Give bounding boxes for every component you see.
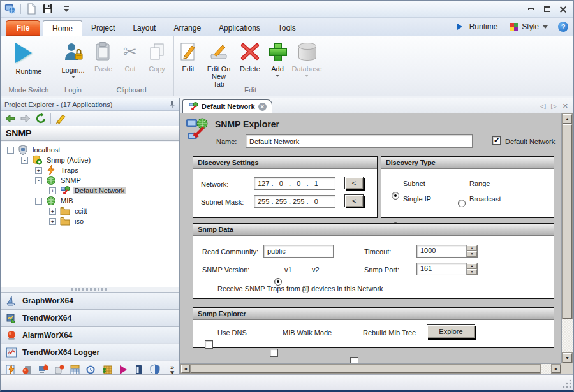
quick-access-dropdown-icon[interactable]	[63, 5, 71, 13]
runtime-mode-icon[interactable]	[117, 364, 129, 375]
login-button[interactable]: Login...	[57, 39, 89, 82]
file-menu-button[interactable]: File	[6, 20, 40, 36]
expand-icon[interactable]: +	[49, 218, 56, 225]
spin-up-icon[interactable]: ▲	[467, 245, 477, 251]
network-pick-button[interactable]: <	[344, 177, 364, 189]
login-dropdown-icon[interactable]	[71, 76, 75, 80]
subnet-pick-button[interactable]: <	[344, 194, 364, 207]
tab-applications[interactable]: Applications	[210, 20, 269, 36]
runtime-button[interactable]: Runtime	[1, 39, 57, 77]
read-community-input[interactable]: public	[263, 245, 334, 258]
tab-scroll-right-icon[interactable]: ▷	[551, 102, 556, 110]
single-ip-radio-label[interactable]: Single IP	[403, 195, 431, 203]
refresh-icon[interactable]	[35, 113, 47, 124]
sidebar-item-trendworx64-logger[interactable]: TrendWorX64 Logger	[1, 344, 179, 361]
spin-down-icon[interactable]: ▼	[467, 269, 477, 275]
mobile-hmi-icon[interactable]	[54, 364, 65, 375]
alarm-server-icon[interactable]	[22, 364, 33, 375]
rename-pencil-icon[interactable]	[55, 113, 66, 124]
default-network-checkbox[interactable]	[492, 136, 501, 145]
v2-radio-label[interactable]: v2	[312, 266, 320, 273]
add-dropdown-icon[interactable]	[276, 75, 279, 79]
horizontal-scroll-thumb[interactable]	[191, 365, 540, 373]
tree-item-snmp-active[interactable]: - Snmp (Active)	[21, 155, 92, 165]
explore-button[interactable]: Explore	[427, 324, 475, 338]
network-ip-input[interactable]: 127 . 0 . 0 . 1	[254, 177, 335, 190]
tab-tools[interactable]: Tools	[269, 20, 305, 36]
tree-item-mib[interactable]: - MIB	[35, 196, 75, 206]
subnet-mask-input[interactable]: 255 . 255 . 255 . 0	[254, 195, 335, 208]
tab-close-icon[interactable]: ×	[258, 103, 267, 111]
dataworx-icon[interactable]	[70, 364, 81, 375]
overflow-chevron-icon[interactable]: »▾	[170, 365, 174, 375]
spin-down-icon[interactable]: ▼	[467, 251, 477, 257]
rebuild-mib-tree-checkbox-label[interactable]: Rebuild Mib Tree	[363, 329, 416, 337]
tab-project[interactable]: Project	[82, 20, 124, 36]
bridgeworx-icon[interactable]	[133, 364, 145, 375]
mib-walk-mode-checkbox-label[interactable]: MIB Walk Mode	[283, 329, 332, 337]
tree-item-default-network[interactable]: + Default Network	[49, 185, 126, 196]
expand-icon[interactable]: +	[49, 187, 56, 194]
tree-item-localhost[interactable]: - localhost	[7, 145, 62, 155]
tree-item-snmp[interactable]: - SNMP	[35, 175, 83, 185]
help-button[interactable]: ?	[558, 22, 568, 32]
new-document-icon[interactable]	[26, 3, 37, 15]
panel-splitter[interactable]	[1, 287, 179, 292]
runtime-toggle[interactable]: Runtime	[469, 22, 498, 31]
media-alarm-icon[interactable]	[38, 364, 49, 375]
v1-radio-label[interactable]: v1	[284, 266, 292, 273]
scroll-left-icon[interactable]: ◄	[181, 365, 190, 373]
tree-item-traps[interactable]: + Traps	[35, 165, 80, 175]
subnet-radio-label[interactable]: Subnet	[403, 180, 425, 187]
forward-icon[interactable]	[20, 113, 31, 124]
back-icon[interactable]	[4, 113, 16, 124]
style-dropdown-icon[interactable]	[543, 25, 548, 31]
scroll-down-icon[interactable]: ▼	[563, 353, 572, 363]
alarm-logger-icon[interactable]	[6, 364, 17, 375]
pin-icon[interactable]	[168, 101, 175, 108]
spin-up-icon[interactable]: ▲	[467, 263, 477, 269]
scroll-right-icon[interactable]: ►	[552, 365, 561, 373]
collapse-icon[interactable]: -	[35, 177, 42, 184]
collapse-icon[interactable]: -	[35, 198, 42, 205]
tab-group-close-icon[interactable]: ✕	[563, 102, 568, 110]
name-input[interactable]: Default Network	[246, 134, 473, 148]
style-menu[interactable]: Style	[522, 22, 539, 31]
tree-item-ccitt[interactable]: + ccitt	[49, 206, 89, 216]
vertical-scroll-thumb[interactable]	[563, 124, 572, 319]
sidebar-item-graphworx64[interactable]: GraphWorX64	[1, 292, 179, 309]
mib-walk-mode-checkbox[interactable]	[270, 349, 278, 357]
tree-item-iso[interactable]: + iso	[49, 216, 85, 226]
save-icon[interactable]	[42, 3, 54, 15]
restore-button[interactable]	[541, 4, 552, 14]
snmp-port-spinner[interactable]: 161 ▲▼	[416, 263, 478, 275]
expand-icon[interactable]: +	[49, 208, 56, 215]
tab-scroll-left-icon[interactable]: ◁	[540, 102, 545, 110]
resize-grip[interactable]	[563, 379, 571, 388]
range-radio-label[interactable]: Range	[469, 180, 490, 187]
horizontal-scrollbar[interactable]: ◄ ►	[180, 363, 561, 374]
reportworx-icon[interactable]	[85, 364, 97, 375]
close-button[interactable]	[557, 4, 568, 14]
sidebar-item-trendworx64[interactable]: TrendWorX64	[1, 309, 179, 326]
collapse-icon[interactable]: -	[21, 157, 28, 164]
tab-home[interactable]: Home	[43, 20, 82, 36]
timeout-spinner[interactable]: 1000 ▲▼	[416, 245, 478, 258]
vertical-scrollbar[interactable]: ▲ ▼	[561, 113, 573, 363]
tab-arrange[interactable]: Arrange	[165, 20, 210, 36]
expand-icon[interactable]: +	[35, 167, 42, 174]
minimize-button[interactable]	[526, 4, 536, 14]
broadcast-radio-label[interactable]: Broadcast	[469, 195, 501, 203]
subnet-radio[interactable]	[392, 192, 399, 200]
use-dns-checkbox[interactable]	[205, 340, 213, 349]
receive-traps-checkbox-label[interactable]: Receive SNMP Traps from all devices in t…	[217, 285, 383, 293]
rebuild-mib-tree-checkbox[interactable]	[350, 357, 358, 363]
tab-default-network[interactable]: Default Network ×	[182, 99, 272, 113]
tab-layout[interactable]: Layout	[124, 20, 165, 36]
collapse-icon[interactable]: -	[7, 147, 14, 154]
security-shield-icon[interactable]	[149, 364, 161, 375]
sidebar-item-alarmworx64[interactable]: AlarmWorX64	[1, 326, 179, 344]
scroll-up-icon[interactable]: ▲	[563, 114, 572, 124]
recipes-icon[interactable]	[101, 364, 113, 375]
use-dns-checkbox-label[interactable]: Use DNS	[217, 329, 247, 337]
